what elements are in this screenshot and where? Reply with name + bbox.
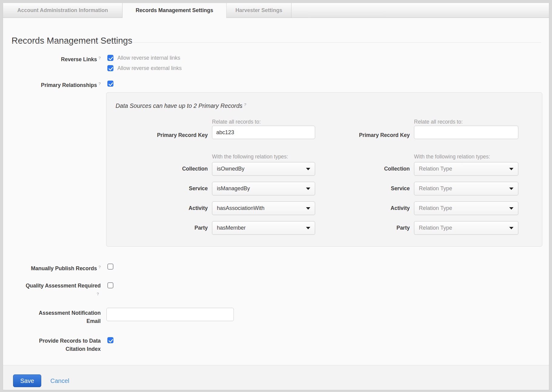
service-relation-select-2[interactable]: Relation Type <box>414 182 518 195</box>
party-relation-select-1[interactable]: hasMember <box>212 221 315 235</box>
service-label-2: Service <box>307 185 410 192</box>
select-value: isManagedBy <box>217 185 250 192</box>
collection-label-2: Collection <box>307 166 410 172</box>
activity-label-1: Activity <box>106 205 208 211</box>
select-value: isOwnedBy <box>217 166 244 172</box>
citation-index-checkbox[interactable] <box>107 337 113 343</box>
content-card: Account Administration Information Recor… <box>3 3 549 390</box>
quality-assessment-help[interactable]: ? <box>11 291 101 299</box>
collection-relation-select-1[interactable]: isOwnedBy <box>212 162 315 176</box>
collection-label-1: Collection <box>106 166 208 172</box>
primary-relationships-checkbox[interactable] <box>107 81 113 87</box>
save-button[interactable]: Save <box>13 374 41 387</box>
activity-label-2: Activity <box>307 205 410 211</box>
tab-records-management-settings[interactable]: Records Management Settings <box>123 3 226 18</box>
select-value: Relation Type <box>419 225 452 231</box>
primary-relationships-panel: Data Sources can have up to 2 Primary Re… <box>106 92 542 247</box>
activity-relation-select-2[interactable]: Relation Type <box>414 201 518 215</box>
allow-reverse-external-links-label: Allow reverse external links <box>117 65 182 71</box>
tab-label: Harvester Settings <box>235 7 282 14</box>
panel-heading: Data Sources can have up to 2 Primary Re… <box>116 102 246 109</box>
relate-all-records-label: Relate all records to: <box>414 119 463 125</box>
allow-reverse-external-links-checkbox[interactable] <box>107 65 113 71</box>
manually-publish-records-label: Manually Publish Records? <box>11 264 101 272</box>
assessment-notification-email-label: Assessment Notification Email <box>11 309 101 325</box>
primary-record-key-input-1[interactable] <box>212 126 315 139</box>
chevron-down-icon <box>509 207 513 210</box>
tab-harvester-settings[interactable]: Harvester Settings <box>226 3 291 18</box>
select-value: Relation Type <box>419 185 452 192</box>
party-label-1: Party <box>106 225 208 231</box>
page-title: Records Management Settings <box>12 35 132 46</box>
service-relation-select-1[interactable]: isManagedBy <box>212 182 315 195</box>
select-value: Relation Type <box>419 205 452 211</box>
select-value: hasMember <box>217 225 246 231</box>
help-icon: ? <box>97 292 99 296</box>
relation-types-label-1: With the following relation types: <box>212 154 288 160</box>
relation-types-label-2: With the following relation types: <box>414 154 490 160</box>
chevron-down-icon <box>509 227 513 229</box>
party-relation-select-2[interactable]: Relation Type <box>414 221 518 235</box>
activity-relation-select-1[interactable]: hasAssociationWith <box>212 201 315 215</box>
tab-bar: Account Administration Information Recor… <box>3 3 549 18</box>
reverse-links-label: Reverse Links? <box>11 55 101 63</box>
tab-account-administration-information[interactable]: Account Administration Information <box>3 3 123 18</box>
footer: Save Cancel <box>3 365 549 390</box>
tab-label: Account Administration Information <box>17 7 108 14</box>
help-icon[interactable]: ? <box>99 81 101 86</box>
help-icon[interactable]: ? <box>99 56 101 60</box>
citation-index-label: Provide Records to Data Citation Index <box>11 337 101 353</box>
allow-reverse-internal-links-label: Allow reverse internal links <box>117 55 180 61</box>
chevron-down-icon <box>509 188 513 190</box>
title-divider <box>11 42 541 43</box>
chevron-down-icon <box>509 168 513 170</box>
quality-assessment-required-label: Quality Assessment Required <box>11 283 101 289</box>
assessment-notification-email-input[interactable] <box>106 308 234 321</box>
primary-record-key-input-2[interactable] <box>414 126 518 139</box>
allow-reverse-internal-links-checkbox[interactable] <box>107 55 113 61</box>
primary-record-key-label-2: Primary Record Key <box>307 132 410 138</box>
cancel-link[interactable]: Cancel <box>50 377 69 384</box>
collection-relation-select-2[interactable]: Relation Type <box>414 162 518 176</box>
party-label-2: Party <box>307 225 410 231</box>
service-label-1: Service <box>106 185 208 192</box>
primary-record-key-label-1: Primary Record Key <box>106 132 208 138</box>
select-value: hasAssociationWith <box>217 205 264 211</box>
tab-label: Records Management Settings <box>136 7 213 14</box>
quality-assessment-required-checkbox[interactable] <box>107 282 113 288</box>
settings-screen: Account Administration Information Recor… <box>0 0 552 392</box>
primary-relationships-label: Primary Relationships? <box>11 81 101 88</box>
select-value: Relation Type <box>419 166 452 172</box>
manually-publish-records-checkbox[interactable] <box>107 264 113 270</box>
relate-all-records-label: Relate all records to: <box>212 119 261 125</box>
help-icon[interactable]: ? <box>99 265 101 269</box>
help-icon[interactable]: ? <box>244 102 246 107</box>
